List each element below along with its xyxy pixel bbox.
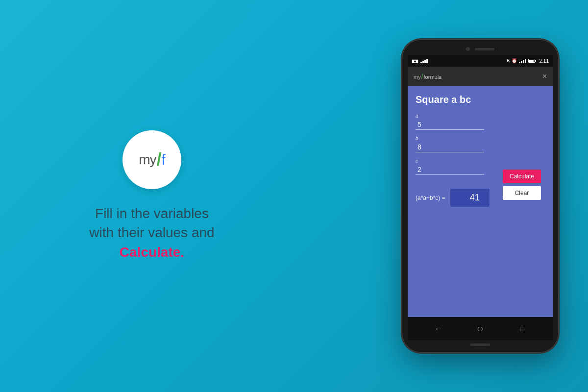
- logo-f: f: [162, 151, 165, 168]
- back-button[interactable]: ←: [431, 324, 446, 334]
- phone-speaker: [475, 48, 494, 50]
- signal-bar-1: [420, 62, 422, 63]
- phone-home-indicator: [470, 343, 490, 346]
- app-bar-title: my / formula: [414, 73, 441, 80]
- phone-bottom-bar: [408, 341, 553, 347]
- var-b-input[interactable]: [416, 142, 484, 152]
- phone-top-bar: [408, 45, 553, 55]
- left-panel: my / f Fill in the variables with their …: [29, 130, 274, 262]
- variable-a-section: a: [416, 113, 545, 130]
- tagline-highlight: Calculate.: [120, 245, 184, 260]
- signal-bar-2: [422, 61, 424, 63]
- status-bar-right: Ƀ ⏰ 2:11: [507, 58, 549, 64]
- app-bar-my: my: [414, 74, 421, 80]
- battery-icon: [528, 59, 536, 63]
- phone-body: Ƀ ⏰ 2:11: [402, 39, 559, 353]
- var-a-input[interactable]: [416, 120, 484, 130]
- logo-circle: my / f: [122, 130, 181, 189]
- status-time: 2:11: [539, 58, 549, 64]
- app-bar: my / formula ×: [408, 67, 553, 86]
- result-formula-label: (a*a+b*c) =: [416, 195, 445, 201]
- svg-point-1: [414, 61, 416, 63]
- phone-camera: [466, 47, 470, 51]
- app-bar-formula: formula: [424, 74, 442, 80]
- recents-button[interactable]: □: [514, 325, 529, 333]
- app-bar-slash: /: [421, 73, 423, 80]
- var-a-label: a: [416, 113, 545, 119]
- signal-bar-4: [426, 59, 428, 63]
- result-value: 41: [450, 189, 490, 207]
- clear-button[interactable]: Clear: [503, 186, 541, 200]
- signal-bar-3: [424, 60, 426, 63]
- signal-bars: [420, 59, 428, 63]
- calculate-button[interactable]: Calculate: [503, 170, 541, 183]
- var-b-label: b: [416, 136, 545, 141]
- nav-bar: ← ○ □: [408, 317, 553, 341]
- phone-mockup: Ƀ ⏰ 2:11: [402, 39, 559, 353]
- photo-icon: [412, 58, 418, 63]
- var-a-input-row: [416, 120, 545, 130]
- formula-title: Square a bc: [416, 94, 545, 105]
- action-buttons: Calculate Clear: [503, 170, 541, 200]
- close-button[interactable]: ×: [542, 72, 547, 81]
- logo: my / f: [139, 149, 165, 170]
- var-b-input-row: [416, 142, 545, 152]
- logo-my: my: [139, 152, 156, 168]
- home-button[interactable]: ○: [473, 322, 488, 335]
- app-content: Square a bc a b c: [408, 86, 553, 317]
- tagline-line2: with their values and: [89, 225, 214, 240]
- status-bar: Ƀ ⏰ 2:11: [408, 55, 553, 67]
- tagline: Fill in the variables with their values …: [89, 204, 214, 262]
- bluetooth-icon: Ƀ: [507, 58, 510, 63]
- var-c-input[interactable]: [416, 165, 484, 175]
- tagline-line1: Fill in the variables: [95, 206, 209, 221]
- status-bar-left: [412, 58, 428, 63]
- var-c-label: c: [416, 158, 545, 164]
- network-bars: [519, 59, 526, 63]
- phone-screen: Ƀ ⏰ 2:11: [408, 55, 553, 341]
- variable-b-section: b: [416, 136, 545, 152]
- alarm-icon: ⏰: [512, 58, 517, 63]
- logo-slash: /: [156, 149, 161, 170]
